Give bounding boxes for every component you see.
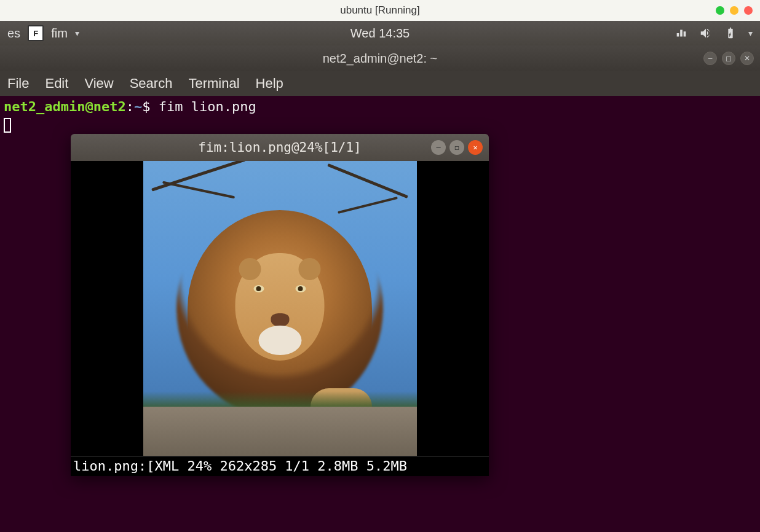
fim-close-icon[interactable]: ✕ xyxy=(468,140,483,155)
prompt-path: ~ xyxy=(134,99,142,114)
menu-search[interactable]: Search xyxy=(130,76,173,92)
menu-file[interactable]: File xyxy=(7,76,29,92)
prompt-command: fim lion.png xyxy=(159,99,256,114)
terminal-window-controls: – ◻ ✕ xyxy=(703,52,754,65)
gnome-top-panel: es F fim ▾ Wed 14:35 ▾ xyxy=(0,21,760,45)
fim-window[interactable]: fim:lion.png@24%[1/1] – ◻ ✕ xyxy=(71,134,489,476)
terminal-cursor xyxy=(4,118,11,133)
app-menu-chevron-icon[interactable]: ▾ xyxy=(75,28,79,38)
mac-minimize-icon[interactable] xyxy=(716,6,724,15)
volume-icon[interactable] xyxy=(699,26,713,40)
app-name[interactable]: fim xyxy=(51,26,68,41)
prompt-user-host: net2_admin@net2 xyxy=(4,99,126,114)
vm-titlebar: ubuntu [Running] xyxy=(0,0,760,21)
fim-image-canvas[interactable] xyxy=(71,161,489,456)
fim-title: fim:lion.png@24%[1/1] xyxy=(198,139,362,156)
terminal-title: net2_admin@net2: ~ xyxy=(323,52,438,66)
mac-zoom-icon[interactable] xyxy=(730,6,738,15)
prompt-colon: : xyxy=(126,99,134,114)
fim-window-controls: – ◻ ✕ xyxy=(431,140,483,155)
battery-icon[interactable] xyxy=(724,26,737,40)
terminal-body[interactable]: net2_admin@net2:~$ fim lion.png fim:lion… xyxy=(0,96,760,532)
prompt-dollar: $ xyxy=(142,99,159,114)
menu-help[interactable]: Help xyxy=(256,76,283,92)
panel-left: es F fim ▾ xyxy=(7,25,79,41)
app-icon[interactable]: F xyxy=(28,25,44,41)
menu-view[interactable]: View xyxy=(84,76,113,92)
activities-label[interactable]: es xyxy=(7,26,20,41)
lion-image xyxy=(143,161,417,456)
system-menu-chevron-icon[interactable]: ▾ xyxy=(748,28,753,38)
window-maximize-icon[interactable]: ◻ xyxy=(722,52,735,65)
fim-minimize-icon[interactable]: – xyxy=(431,140,446,155)
window-minimize-icon[interactable]: – xyxy=(703,52,717,65)
vm-title: ubuntu [Running] xyxy=(340,4,420,17)
terminal-menubar: File Edit View Search Terminal Help xyxy=(0,71,760,96)
window-close-icon[interactable]: ✕ xyxy=(740,52,754,65)
fim-status-bar: lion.png:[XML 24% 262x285 1/1 2.8MB 5.2M… xyxy=(71,456,489,476)
fim-maximize-icon[interactable]: ◻ xyxy=(449,140,464,155)
mac-close-icon[interactable] xyxy=(744,6,753,15)
menu-terminal[interactable]: Terminal xyxy=(188,76,239,92)
fim-titlebar[interactable]: fim:lion.png@24%[1/1] – ◻ ✕ xyxy=(71,134,489,161)
menu-edit[interactable]: Edit xyxy=(45,76,68,92)
mac-window-controls xyxy=(716,6,753,15)
terminal-titlebar: net2_admin@net2: ~ – ◻ ✕ xyxy=(0,45,760,71)
network-icon[interactable] xyxy=(675,26,688,40)
panel-right: ▾ xyxy=(675,26,753,40)
clock[interactable]: Wed 14:35 xyxy=(350,26,410,41)
prompt-line: net2_admin@net2:~$ fim lion.png xyxy=(4,98,756,115)
